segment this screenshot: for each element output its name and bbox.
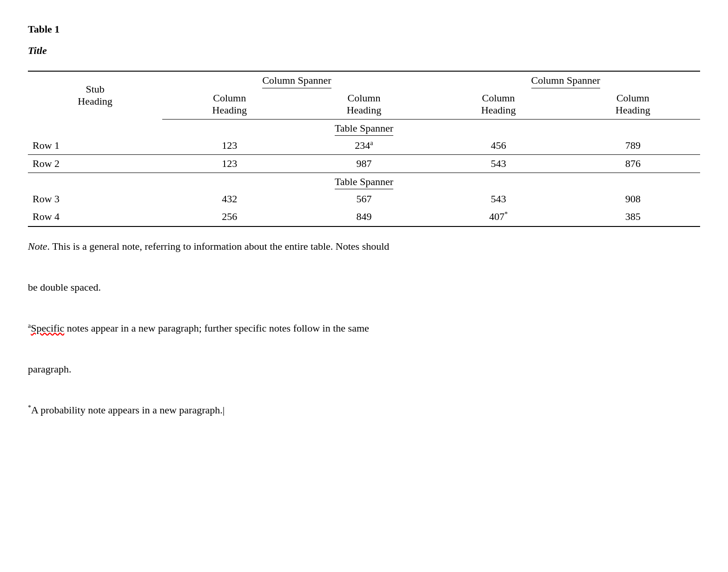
specific-note-word: Specific (31, 322, 64, 334)
general-note-continued (28, 257, 700, 277)
row-2-col-3: 543 (431, 155, 566, 173)
notes-section: Note. This is a general note, referring … (28, 236, 700, 420)
row-3-col-1: 432 (162, 190, 297, 208)
row-3-col-2: 567 (297, 190, 431, 208)
main-table: StubHeading Column Spanner Column Spanne… (28, 71, 700, 227)
col-spanner-2: Column Spanner (431, 71, 700, 89)
table-title: Title (28, 45, 700, 57)
specific-note-continued (28, 339, 700, 359)
row-1-col-2: 234a (297, 137, 431, 155)
note-label: Note (28, 240, 47, 252)
col-spanner-1: Column Spanner (162, 71, 431, 89)
probability-note-superscript: * (28, 404, 31, 411)
general-note-text: . This is a general note, referring to i… (47, 240, 390, 252)
table-row: Row 1 123 234a 456 789 (28, 137, 700, 155)
col-header-4: ColumnHeading (566, 89, 700, 120)
general-note: Note. This is a general note, referring … (28, 236, 700, 257)
row-1-col-3: 456 (431, 137, 566, 155)
stub-heading: StubHeading (28, 71, 162, 120)
row-4-col-4: 385 (566, 208, 700, 226)
col-header-3: ColumnHeading (431, 89, 566, 120)
row-1-col-4: 789 (566, 137, 700, 155)
row-4-col-1: 256 (162, 208, 297, 226)
col-header-2: ColumnHeading (297, 89, 431, 120)
row-2-col-4: 876 (566, 155, 700, 173)
specific-note-line2: paragraph. (28, 359, 700, 379)
row-2-stub: Row 2 (28, 155, 162, 173)
row-1-stub: Row 1 (28, 137, 162, 155)
row-1-col-1: 123 (162, 137, 297, 155)
specific-note: aSpecific notes appear in a new paragrap… (28, 318, 700, 339)
table-spanner-2: Table Spanner (28, 173, 700, 191)
table-label: Table 1 (28, 23, 700, 35)
probability-note: *A probability note appears in a new par… (28, 400, 700, 420)
table-row: Row 2 123 987 543 876 (28, 155, 700, 173)
row-2-col-1: 123 (162, 155, 297, 173)
col-header-1: ColumnHeading (162, 89, 297, 120)
table-row: Row 3 432 567 543 908 (28, 190, 700, 208)
specific-note-text: notes appear in a new paragraph; further… (64, 322, 369, 334)
row-3-col-3: 543 (431, 190, 566, 208)
spacer-2 (28, 379, 700, 400)
row-4-col-3: 407* (431, 208, 566, 226)
row-2-col-2: 987 (297, 155, 431, 173)
probability-note-text: A probability note appears in a new para… (31, 404, 223, 416)
table-spanner-1: Table Spanner (28, 120, 700, 137)
general-note-line2: be double spaced. (28, 277, 700, 298)
row-3-stub: Row 3 (28, 190, 162, 208)
row-4-stub: Row 4 (28, 208, 162, 226)
table-row: Row 4 256 849 407* 385 (28, 208, 700, 226)
row-3-col-4: 908 (566, 190, 700, 208)
row-4-col-2: 849 (297, 208, 431, 226)
cursor: | (223, 404, 225, 416)
spacer-1 (28, 298, 700, 318)
